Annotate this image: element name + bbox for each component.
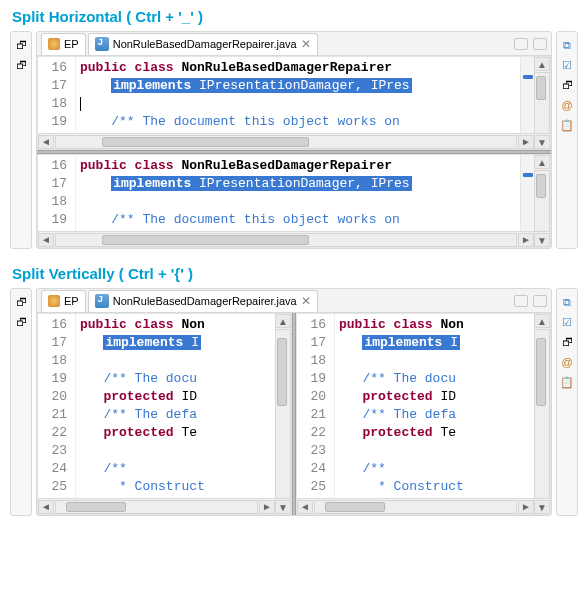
line-gutter: 16 17 18 19 [38,57,76,133]
code-body[interactable]: 16 17 18 19 20 21 22 23 24 25 [38,314,275,498]
scroll-thumb[interactable] [536,174,546,198]
tab-ep[interactable]: EP [41,290,86,312]
scroll-up-icon[interactable]: ▲ [534,314,550,328]
line-number: 16 [42,157,67,175]
line-number: 25 [42,478,67,496]
comment: /** The defa [103,407,197,422]
outline-icon[interactable]: ⧉ [560,295,574,309]
line-number: 17 [42,77,67,95]
code-lines[interactable]: public class Non implements I /** The do… [335,314,534,498]
maximize-button[interactable] [533,38,547,50]
scroll-left-icon[interactable]: ◄ [38,135,54,149]
at-icon[interactable]: @ [560,355,574,369]
scroll-left-icon[interactable]: ◄ [38,233,54,247]
line-number: 18 [301,352,326,370]
scroll-up-icon[interactable]: ▲ [534,57,550,71]
code-body[interactable]: 16 17 18 19 public class NonRuleBasedDam… [38,155,534,231]
overview-ruler[interactable] [520,57,534,133]
horizontal-scrollbar[interactable]: ◄ ► [38,133,534,149]
strip-icon[interactable]: 🗗 [560,78,574,92]
editor-main-panel: EP NonRuleBasedDamagerRepairer.java ✕ 16 [36,31,552,249]
close-icon[interactable]: ✕ [301,37,311,51]
scroll-left-icon[interactable]: ◄ [38,500,54,514]
scroll-left-icon[interactable]: ◄ [297,500,313,514]
line-number: 23 [301,442,326,460]
code-lines[interactable]: public class NonRuleBasedDamagerRepairer… [76,155,520,231]
scroll-down-icon[interactable]: ▼ [534,233,550,247]
line-number: 18 [42,95,67,113]
tab-label: NonRuleBasedDamagerRepairer.java [113,38,297,50]
clipboard-icon[interactable]: 📋 [560,375,574,389]
scroll-track[interactable] [55,500,258,514]
editor-pane-bottom: 16 17 18 19 public class NonRuleBasedDam… [37,154,551,248]
package-icon [48,38,60,50]
strip-icon[interactable]: 🗗 [14,38,28,52]
scroll-thumb[interactable] [536,76,546,100]
minimize-button[interactable] [514,38,528,50]
strip-icon[interactable]: 🗗 [14,315,28,329]
scroll-down-icon[interactable]: ▼ [534,500,550,514]
vertical-split-container: 16 17 18 19 20 21 22 23 24 25 [37,313,551,515]
tab-file[interactable]: NonRuleBasedDamagerRepairer.java ✕ [88,33,318,55]
scroll-right-icon[interactable]: ► [518,500,534,514]
minimize-button[interactable] [514,295,528,307]
vertical-scrollbar[interactable]: ▲ ▼ [534,57,550,149]
horizontal-scrollbar[interactable]: ◄ ► [38,231,534,247]
scroll-up-icon[interactable]: ▲ [275,314,291,328]
code-lines[interactable]: public class Non implements I /** The do… [76,314,275,498]
vertical-scrollbar[interactable]: ▲ ▼ [275,314,291,514]
clipboard-icon[interactable]: 📋 [560,118,574,132]
code-text: ID [174,389,197,404]
vertical-scrollbar[interactable]: ▲ ▼ [534,155,550,247]
tab-ep[interactable]: EP [41,33,86,55]
strip-icon[interactable]: 🗗 [14,58,28,72]
scroll-right-icon[interactable]: ► [518,135,534,149]
line-number: 18 [42,352,67,370]
maximize-button[interactable] [533,295,547,307]
line-number: 21 [42,406,67,424]
scroll-thumb[interactable] [102,137,309,147]
vertical-scrollbar[interactable]: ▲ ▼ [534,314,550,514]
line-number: 16 [42,59,67,77]
strip-icon[interactable]: 🗗 [560,335,574,349]
keyword: public class [80,158,174,173]
scroll-up-icon[interactable]: ▲ [534,155,550,169]
scroll-track[interactable] [534,72,550,134]
scroll-track[interactable] [275,329,291,499]
outline-icon[interactable]: ⧉ [560,38,574,52]
code-text: Te [433,425,456,440]
java-file-icon [95,294,109,308]
editor-area-horizontal: 🗗 🗗 EP NonRuleBasedDamagerRepairer.java … [0,31,588,257]
tasks-icon[interactable]: ☑ [560,315,574,329]
strip-icon[interactable]: 🗗 [14,295,28,309]
scroll-thumb[interactable] [325,502,385,512]
code-body[interactable]: 16 17 18 19 20 21 22 23 24 25 [297,314,534,498]
scroll-thumb[interactable] [277,338,287,405]
line-number: 18 [42,193,67,211]
scroll-track[interactable] [55,233,517,247]
scroll-track[interactable] [534,329,550,499]
scroll-down-icon[interactable]: ▼ [275,500,291,514]
horizontal-scrollbar[interactable]: ◄ ► [297,498,534,514]
close-icon[interactable]: ✕ [301,294,311,308]
code-body[interactable]: 16 17 18 19 public class NonRuleBasedDam… [38,57,534,133]
line-gutter: 16 17 18 19 20 21 22 23 24 25 [38,314,76,498]
tasks-icon[interactable]: ☑ [560,58,574,72]
scroll-track[interactable] [534,170,550,232]
horizontal-scrollbar[interactable]: ◄ ► [38,498,275,514]
scroll-down-icon[interactable]: ▼ [534,135,550,149]
scroll-right-icon[interactable]: ► [259,500,275,514]
scroll-thumb[interactable] [102,235,309,245]
line-number: 25 [301,478,326,496]
scroll-right-icon[interactable]: ► [518,233,534,247]
at-icon[interactable]: @ [560,98,574,112]
scroll-thumb[interactable] [66,502,126,512]
scroll-track[interactable] [314,500,517,514]
code-lines[interactable]: public class NonRuleBasedDamagerRepairer… [76,57,520,133]
tab-file[interactable]: NonRuleBasedDamagerRepairer.java ✕ [88,290,318,312]
scroll-track[interactable] [55,135,517,149]
scroll-thumb[interactable] [536,338,546,405]
comment: * Construct [370,479,464,494]
editor-area-vertical: 🗗 🗗 EP NonRuleBasedDamagerRepairer.java … [0,288,588,524]
overview-ruler[interactable] [520,155,534,231]
